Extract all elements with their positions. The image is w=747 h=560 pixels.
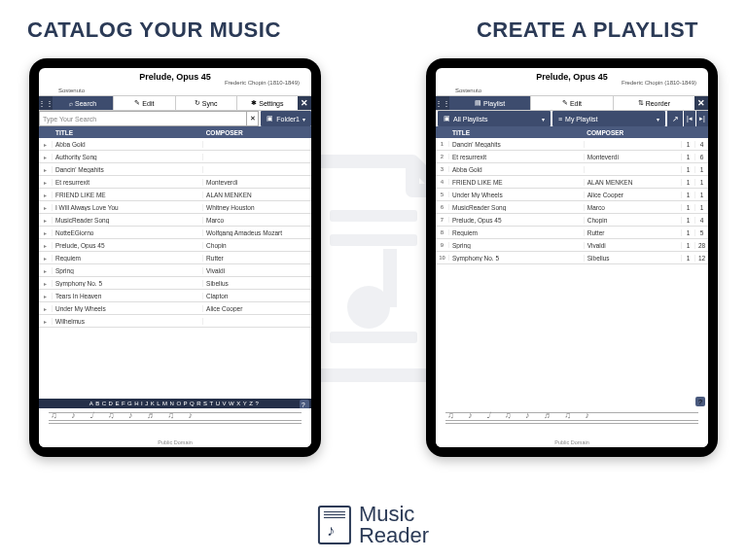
svg-point-3 [347, 286, 390, 329]
tab-search[interactable]: ⌕Search [53, 96, 114, 110]
table-row[interactable]: 9SpringVivaldi128 [436, 239, 708, 252]
sheet-header: Prelude, Opus 45 Frederic Chopin (1810-1… [436, 68, 708, 95]
grid-icon[interactable]: ⋮⋮ [39, 96, 53, 110]
reorder-icon: ⇅ [638, 99, 644, 107]
prev-button[interactable]: |◂ [684, 111, 695, 126]
search-input[interactable]: Type Your Search [39, 111, 247, 126]
chevron-down-icon: ▾ [542, 116, 545, 122]
table-row[interactable]: ▸Symphony No. 5Sibelius [39, 277, 311, 290]
folder-dropdown[interactable]: ▣Folder1▾ [261, 111, 311, 126]
sheet-tempo: Sostenuto [39, 88, 311, 93]
table-row[interactable]: ▸Prelude, Opus 45Chopin [39, 239, 311, 252]
sheet-header: Prelude, Opus 45 Frederic Chopin (1810-1… [39, 68, 311, 95]
edit-icon: ✎ [562, 99, 568, 107]
table-row[interactable]: ▸Under My WheelsAlice Cooper [39, 302, 311, 315]
svg-rect-4 [330, 332, 417, 343]
alphabet-index[interactable]: ABCDEFGHIJKLMNOPQRSTUVWXYZ? ? [39, 399, 311, 408]
table-row[interactable]: ▸Abba Gold [39, 138, 311, 151]
next-button[interactable]: ▸| [696, 111, 708, 126]
catalog-rows: ▸Abba Gold▸Authority Song▸Dancin' Megahi… [39, 138, 311, 399]
table-row[interactable]: ▸Et resurrexitMonteverdi [39, 176, 311, 189]
tab-edit[interactable]: ✎Edit [531, 96, 613, 110]
table-row[interactable]: 3Abba Gold11 [436, 163, 708, 176]
brand-logo-block: MusicReader [318, 504, 429, 546]
catalog-table-header: TITLE COMPOSER [39, 126, 311, 138]
playlist-table-header: TITLE COMPOSER [436, 126, 708, 138]
gear-icon: ✱ [251, 99, 257, 107]
table-row[interactable]: 8RequiemRutter15 [436, 227, 708, 239]
current-playlist-dropdown[interactable]: ≡My Playlist▾ [552, 111, 665, 126]
table-row[interactable]: ▸NotteEGiornoWolfgang Amadeus Mozart [39, 227, 311, 239]
table-row[interactable]: 7Prelude, Opus 45Chopin14 [436, 214, 708, 227]
folder-icon: ▣ [267, 115, 273, 122]
tablet-catalog: Prelude, Opus 45 Frederic Chopin (1810-1… [29, 58, 321, 457]
svg-rect-0 [330, 210, 417, 222]
table-row[interactable]: ▸I Will Always Love YouWhitney Houston [39, 201, 311, 214]
chevron-down-icon: ▾ [657, 116, 659, 122]
tab-reorder[interactable]: ⇅Reorder [614, 96, 694, 110]
table-row[interactable]: ▸Tears In HeavenClapton [39, 290, 311, 302]
help-icon[interactable]: ? [695, 397, 705, 406]
table-row[interactable]: ▸RequiemRutter [39, 252, 311, 264]
tab-settings[interactable]: ✱Settings [237, 96, 298, 110]
table-row[interactable]: 2Et resurrexitMonteverdi16 [436, 151, 708, 163]
tablet-playlist: Prelude, Opus 45 Frederic Chopin (1810-1… [426, 58, 718, 457]
tab-playlist[interactable]: ▤Playlist [449, 96, 531, 110]
close-icon[interactable]: ✕ [298, 96, 311, 110]
sheet-preview: ♫ ♪ ♩ ♫ ♪ ♬ ♫ ♪ Public Domain [436, 408, 708, 447]
table-row[interactable]: ▸Dancin' Megahits [39, 163, 311, 176]
table-row[interactable]: ▸SpringVivaldi [39, 264, 311, 277]
table-row[interactable]: ▸Wilhelmus [39, 315, 311, 328]
all-playlists-dropdown[interactable]: ▣All Playlists▾ [438, 111, 551, 126]
tab-edit[interactable]: ✎Edit [114, 96, 175, 110]
table-row[interactable]: 6MusicReader SongMarco11 [436, 201, 708, 214]
clear-search-button[interactable]: ✕ [247, 111, 259, 126]
table-row[interactable]: ▸FRIEND LIKE MEALAN MENKEN [39, 189, 311, 201]
playlist-rows: 1Dancin' Megahits142Et resurrexitMonteve… [436, 138, 708, 397]
grid-icon[interactable]: ⋮⋮ [436, 96, 449, 110]
playlist-icon: ▤ [475, 99, 481, 107]
search-icon: ⌕ [69, 100, 73, 107]
edit-icon: ✎ [134, 99, 140, 107]
headline-playlist: CREATE A PLAYLIST [477, 18, 698, 43]
tab-sync[interactable]: ↻Sync [176, 96, 237, 110]
folder-icon: ▣ [444, 115, 450, 122]
table-row[interactable]: ▸MusicReader SongMarco [39, 214, 311, 227]
table-row[interactable]: 4FRIEND LIKE MEALAN MENKEN11 [436, 176, 708, 189]
table-row[interactable]: 10Symphony No. 5Sibelius112 [436, 252, 708, 264]
close-icon[interactable]: ✕ [694, 96, 708, 110]
list-icon: ≡ [558, 116, 562, 122]
table-row[interactable]: 1Dancin' Megahits14 [436, 138, 708, 151]
headline-catalog: CATALOG YOUR MUSIC [27, 18, 281, 43]
share-icon[interactable]: ↗ [667, 111, 683, 126]
sync-icon: ↻ [195, 99, 200, 107]
table-row[interactable]: ▸Authority Song [39, 151, 311, 163]
table-row[interactable]: 5Under My WheelsAlice Cooper11 [436, 189, 708, 201]
sheet-preview: ♫ ♪ ♩ ♫ ♪ ♬ ♫ ♪ Public Domain [39, 408, 311, 447]
chevron-down-icon: ▾ [302, 116, 305, 122]
svg-rect-1 [330, 234, 417, 246]
musicreader-logo-icon [318, 506, 351, 544]
